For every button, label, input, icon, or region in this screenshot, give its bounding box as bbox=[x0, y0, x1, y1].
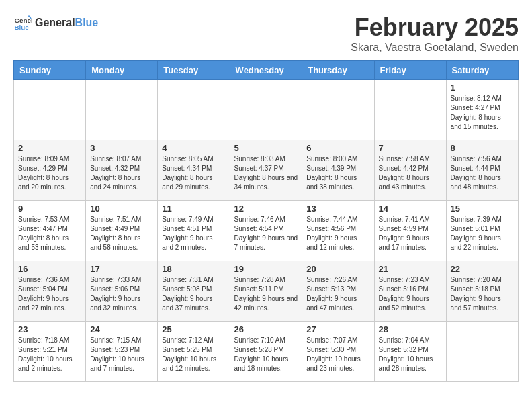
calendar-cell bbox=[374, 80, 446, 140]
calendar-cell: 12Sunrise: 7:46 AM Sunset: 4:54 PM Dayli… bbox=[230, 201, 302, 261]
calendar-cell bbox=[446, 322, 518, 382]
day-number: 19 bbox=[234, 264, 298, 274]
calendar-header-thursday: Thursday bbox=[302, 61, 374, 80]
calendar-cell: 19Sunrise: 7:28 AM Sunset: 5:11 PM Dayli… bbox=[230, 261, 302, 322]
calendar-cell bbox=[86, 80, 158, 140]
calendar-week-row: 1Sunrise: 8:12 AM Sunset: 4:27 PM Daylig… bbox=[14, 80, 519, 140]
calendar-cell: 5Sunrise: 8:03 AM Sunset: 4:37 PM Daylig… bbox=[230, 140, 302, 201]
day-info: Sunrise: 7:51 AM Sunset: 4:49 PM Dayligh… bbox=[90, 215, 153, 253]
day-info: Sunrise: 7:18 AM Sunset: 5:21 PM Dayligh… bbox=[18, 336, 81, 373]
calendar-cell: 14Sunrise: 7:41 AM Sunset: 4:59 PM Dayli… bbox=[374, 201, 446, 261]
calendar-cell bbox=[158, 80, 230, 140]
day-number: 14 bbox=[379, 203, 442, 214]
calendar-week-row: 2Sunrise: 8:09 AM Sunset: 4:29 PM Daylig… bbox=[14, 140, 519, 201]
calendar-header-saturday: Saturday bbox=[446, 61, 518, 80]
day-info: Sunrise: 7:44 AM Sunset: 4:56 PM Dayligh… bbox=[306, 215, 369, 253]
svg-text:Blue: Blue bbox=[14, 24, 29, 31]
day-number: 6 bbox=[306, 143, 369, 153]
day-info: Sunrise: 8:09 AM Sunset: 4:29 PM Dayligh… bbox=[18, 154, 81, 192]
day-number: 9 bbox=[18, 203, 81, 214]
calendar-header-monday: Monday bbox=[86, 61, 158, 80]
calendar-cell: 7Sunrise: 7:58 AM Sunset: 4:42 PM Daylig… bbox=[374, 140, 446, 201]
calendar-cell: 22Sunrise: 7:20 AM Sunset: 5:18 PM Dayli… bbox=[446, 261, 518, 322]
calendar-cell bbox=[230, 80, 302, 140]
logo-icon: General Blue bbox=[13, 13, 32, 32]
day-number: 5 bbox=[234, 143, 298, 153]
calendar-header-friday: Friday bbox=[374, 61, 446, 80]
title-area: February 2025 Skara, Vaestra Goetaland, … bbox=[351, 13, 519, 54]
calendar-cell: 15Sunrise: 7:39 AM Sunset: 5:01 PM Dayli… bbox=[446, 201, 518, 261]
day-info: Sunrise: 7:04 AM Sunset: 5:32 PM Dayligh… bbox=[379, 336, 442, 373]
day-number: 26 bbox=[234, 324, 298, 334]
calendar-header-tuesday: Tuesday bbox=[158, 61, 230, 80]
day-number: 21 bbox=[379, 264, 442, 274]
day-info: Sunrise: 7:10 AM Sunset: 5:28 PM Dayligh… bbox=[234, 336, 298, 373]
day-number: 17 bbox=[90, 264, 153, 274]
calendar-table: SundayMondayTuesdayWednesdayThursdayFrid… bbox=[13, 60, 519, 382]
day-number: 4 bbox=[162, 143, 225, 153]
calendar-cell: 2Sunrise: 8:09 AM Sunset: 4:29 PM Daylig… bbox=[14, 140, 86, 201]
day-info: Sunrise: 7:12 AM Sunset: 5:25 PM Dayligh… bbox=[162, 336, 225, 373]
day-info: Sunrise: 7:20 AM Sunset: 5:18 PM Dayligh… bbox=[451, 275, 514, 313]
calendar-cell: 18Sunrise: 7:31 AM Sunset: 5:08 PM Dayli… bbox=[158, 261, 230, 322]
day-number: 25 bbox=[162, 324, 225, 334]
day-info: Sunrise: 7:58 AM Sunset: 4:42 PM Dayligh… bbox=[379, 154, 442, 192]
day-info: Sunrise: 7:49 AM Sunset: 4:51 PM Dayligh… bbox=[162, 215, 225, 253]
day-number: 3 bbox=[90, 143, 153, 153]
logo: General Blue GeneralBlue bbox=[13, 13, 98, 32]
day-info: Sunrise: 8:03 AM Sunset: 4:37 PM Dayligh… bbox=[234, 154, 298, 192]
day-info: Sunrise: 8:00 AM Sunset: 4:39 PM Dayligh… bbox=[306, 154, 369, 192]
day-info: Sunrise: 7:15 AM Sunset: 5:23 PM Dayligh… bbox=[90, 336, 153, 373]
calendar-cell: 6Sunrise: 8:00 AM Sunset: 4:39 PM Daylig… bbox=[302, 140, 374, 201]
day-number: 24 bbox=[90, 324, 153, 334]
calendar-cell: 9Sunrise: 7:53 AM Sunset: 4:47 PM Daylig… bbox=[14, 201, 86, 261]
day-info: Sunrise: 7:31 AM Sunset: 5:08 PM Dayligh… bbox=[162, 275, 225, 313]
day-number: 18 bbox=[162, 264, 225, 274]
day-number: 22 bbox=[451, 264, 514, 274]
calendar-cell bbox=[14, 80, 86, 140]
calendar-cell: 1Sunrise: 8:12 AM Sunset: 4:27 PM Daylig… bbox=[446, 80, 518, 140]
day-number: 2 bbox=[18, 143, 81, 153]
calendar-header-wednesday: Wednesday bbox=[230, 61, 302, 80]
logo-text: GeneralBlue bbox=[35, 17, 98, 29]
day-number: 7 bbox=[379, 143, 442, 153]
calendar-week-row: 23Sunrise: 7:18 AM Sunset: 5:21 PM Dayli… bbox=[14, 322, 519, 382]
day-number: 16 bbox=[18, 264, 81, 274]
day-info: Sunrise: 7:46 AM Sunset: 4:54 PM Dayligh… bbox=[234, 215, 298, 253]
calendar-cell: 16Sunrise: 7:36 AM Sunset: 5:04 PM Dayli… bbox=[14, 261, 86, 322]
calendar-cell: 26Sunrise: 7:10 AM Sunset: 5:28 PM Dayli… bbox=[230, 322, 302, 382]
calendar-header-row: SundayMondayTuesdayWednesdayThursdayFrid… bbox=[14, 61, 519, 80]
calendar-week-row: 9Sunrise: 7:53 AM Sunset: 4:47 PM Daylig… bbox=[14, 201, 519, 261]
day-info: Sunrise: 7:28 AM Sunset: 5:11 PM Dayligh… bbox=[234, 275, 298, 313]
day-number: 11 bbox=[162, 203, 225, 214]
day-number: 23 bbox=[18, 324, 81, 334]
day-info: Sunrise: 7:07 AM Sunset: 5:30 PM Dayligh… bbox=[306, 336, 369, 373]
day-number: 20 bbox=[306, 264, 369, 274]
day-info: Sunrise: 8:07 AM Sunset: 4:32 PM Dayligh… bbox=[90, 154, 153, 192]
day-info: Sunrise: 7:26 AM Sunset: 5:13 PM Dayligh… bbox=[306, 275, 369, 313]
page-header: General Blue GeneralBlue February 2025 S… bbox=[13, 13, 519, 54]
day-number: 8 bbox=[451, 143, 514, 153]
calendar-cell: 23Sunrise: 7:18 AM Sunset: 5:21 PM Dayli… bbox=[14, 322, 86, 382]
calendar-cell: 13Sunrise: 7:44 AM Sunset: 4:56 PM Dayli… bbox=[302, 201, 374, 261]
calendar-cell bbox=[302, 80, 374, 140]
calendar-cell: 21Sunrise: 7:23 AM Sunset: 5:16 PM Dayli… bbox=[374, 261, 446, 322]
day-info: Sunrise: 7:41 AM Sunset: 4:59 PM Dayligh… bbox=[379, 215, 442, 253]
location-title: Skara, Vaestra Goetaland, Sweden bbox=[351, 42, 519, 54]
day-number: 13 bbox=[306, 203, 369, 214]
calendar-cell: 25Sunrise: 7:12 AM Sunset: 5:25 PM Dayli… bbox=[158, 322, 230, 382]
day-number: 10 bbox=[90, 203, 153, 214]
calendar-cell: 11Sunrise: 7:49 AM Sunset: 4:51 PM Dayli… bbox=[158, 201, 230, 261]
day-info: Sunrise: 7:33 AM Sunset: 5:06 PM Dayligh… bbox=[90, 275, 153, 313]
day-number: 28 bbox=[379, 324, 442, 334]
day-info: Sunrise: 7:39 AM Sunset: 5:01 PM Dayligh… bbox=[451, 215, 514, 253]
day-info: Sunrise: 7:23 AM Sunset: 5:16 PM Dayligh… bbox=[379, 275, 442, 313]
calendar-cell: 20Sunrise: 7:26 AM Sunset: 5:13 PM Dayli… bbox=[302, 261, 374, 322]
day-number: 27 bbox=[306, 324, 369, 334]
calendar-cell: 4Sunrise: 8:05 AM Sunset: 4:34 PM Daylig… bbox=[158, 140, 230, 201]
calendar-cell: 3Sunrise: 8:07 AM Sunset: 4:32 PM Daylig… bbox=[86, 140, 158, 201]
calendar-cell: 17Sunrise: 7:33 AM Sunset: 5:06 PM Dayli… bbox=[86, 261, 158, 322]
calendar-cell: 24Sunrise: 7:15 AM Sunset: 5:23 PM Dayli… bbox=[86, 322, 158, 382]
day-info: Sunrise: 8:12 AM Sunset: 4:27 PM Dayligh… bbox=[451, 94, 514, 132]
calendar-cell: 27Sunrise: 7:07 AM Sunset: 5:30 PM Dayli… bbox=[302, 322, 374, 382]
